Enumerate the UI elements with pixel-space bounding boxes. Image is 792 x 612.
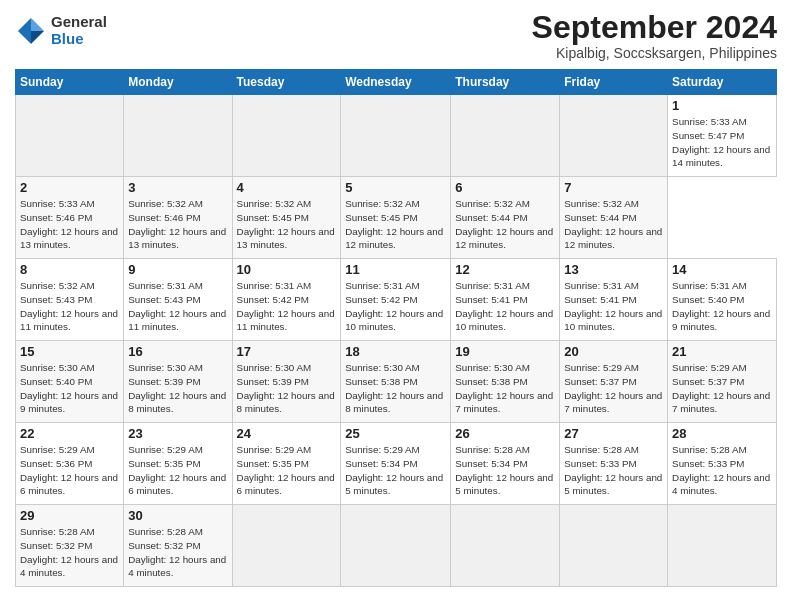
week-row: 8Sunrise: 5:32 AM Sunset: 5:43 PM Daylig… bbox=[16, 259, 777, 341]
svg-marker-4 bbox=[18, 31, 31, 44]
day-info: Sunrise: 5:31 AM Sunset: 5:40 PM Dayligh… bbox=[672, 279, 772, 334]
col-header-wednesday: Wednesday bbox=[341, 70, 451, 95]
day-cell: 17Sunrise: 5:30 AM Sunset: 5:39 PM Dayli… bbox=[232, 341, 341, 423]
day-cell: 22Sunrise: 5:29 AM Sunset: 5:36 PM Dayli… bbox=[16, 423, 124, 505]
day-number: 4 bbox=[237, 180, 337, 195]
day-number: 25 bbox=[345, 426, 446, 441]
day-number: 17 bbox=[237, 344, 337, 359]
day-cell bbox=[232, 95, 341, 177]
day-number: 2 bbox=[20, 180, 119, 195]
day-number: 13 bbox=[564, 262, 663, 277]
col-header-tuesday: Tuesday bbox=[232, 70, 341, 95]
svg-marker-3 bbox=[31, 31, 44, 44]
day-cell bbox=[232, 505, 341, 587]
day-cell: 28Sunrise: 5:28 AM Sunset: 5:33 PM Dayli… bbox=[668, 423, 777, 505]
day-number: 1 bbox=[672, 98, 772, 113]
day-number: 12 bbox=[455, 262, 555, 277]
day-number: 22 bbox=[20, 426, 119, 441]
title-block: September 2024 Kipalbig, Soccsksargen, P… bbox=[532, 10, 777, 61]
day-cell: 5Sunrise: 5:32 AM Sunset: 5:45 PM Daylig… bbox=[341, 177, 451, 259]
day-cell: 27Sunrise: 5:28 AM Sunset: 5:33 PM Dayli… bbox=[560, 423, 668, 505]
day-info: Sunrise: 5:32 AM Sunset: 5:44 PM Dayligh… bbox=[455, 197, 555, 252]
day-number: 10 bbox=[237, 262, 337, 277]
day-cell: 25Sunrise: 5:29 AM Sunset: 5:34 PM Dayli… bbox=[341, 423, 451, 505]
day-info: Sunrise: 5:33 AM Sunset: 5:46 PM Dayligh… bbox=[20, 197, 119, 252]
day-info: Sunrise: 5:30 AM Sunset: 5:38 PM Dayligh… bbox=[455, 361, 555, 416]
day-info: Sunrise: 5:32 AM Sunset: 5:45 PM Dayligh… bbox=[345, 197, 446, 252]
day-cell bbox=[451, 95, 560, 177]
day-number: 11 bbox=[345, 262, 446, 277]
day-info: Sunrise: 5:32 AM Sunset: 5:46 PM Dayligh… bbox=[128, 197, 227, 252]
day-cell: 1Sunrise: 5:33 AM Sunset: 5:47 PM Daylig… bbox=[668, 95, 777, 177]
day-info: Sunrise: 5:29 AM Sunset: 5:36 PM Dayligh… bbox=[20, 443, 119, 498]
day-cell bbox=[341, 505, 451, 587]
day-info: Sunrise: 5:29 AM Sunset: 5:37 PM Dayligh… bbox=[564, 361, 663, 416]
col-header-monday: Monday bbox=[124, 70, 232, 95]
day-number: 5 bbox=[345, 180, 446, 195]
col-header-saturday: Saturday bbox=[668, 70, 777, 95]
day-info: Sunrise: 5:31 AM Sunset: 5:41 PM Dayligh… bbox=[455, 279, 555, 334]
svg-marker-1 bbox=[31, 18, 44, 31]
header: General Blue September 2024 Kipalbig, So… bbox=[15, 10, 777, 61]
day-cell: 8Sunrise: 5:32 AM Sunset: 5:43 PM Daylig… bbox=[16, 259, 124, 341]
day-info: Sunrise: 5:30 AM Sunset: 5:38 PM Dayligh… bbox=[345, 361, 446, 416]
location: Kipalbig, Soccsksargen, Philippines bbox=[532, 45, 777, 61]
day-cell: 3Sunrise: 5:32 AM Sunset: 5:46 PM Daylig… bbox=[124, 177, 232, 259]
day-number: 28 bbox=[672, 426, 772, 441]
logo-icon bbox=[15, 15, 47, 47]
day-cell: 12Sunrise: 5:31 AM Sunset: 5:41 PM Dayli… bbox=[451, 259, 560, 341]
day-info: Sunrise: 5:32 AM Sunset: 5:44 PM Dayligh… bbox=[564, 197, 663, 252]
day-number: 27 bbox=[564, 426, 663, 441]
day-number: 19 bbox=[455, 344, 555, 359]
day-cell bbox=[16, 95, 124, 177]
day-cell: 9Sunrise: 5:31 AM Sunset: 5:43 PM Daylig… bbox=[124, 259, 232, 341]
day-info: Sunrise: 5:31 AM Sunset: 5:43 PM Dayligh… bbox=[128, 279, 227, 334]
day-info: Sunrise: 5:29 AM Sunset: 5:35 PM Dayligh… bbox=[128, 443, 227, 498]
logo: General Blue bbox=[15, 14, 107, 47]
day-cell: 16Sunrise: 5:30 AM Sunset: 5:39 PM Dayli… bbox=[124, 341, 232, 423]
day-cell: 24Sunrise: 5:29 AM Sunset: 5:35 PM Dayli… bbox=[232, 423, 341, 505]
day-number: 29 bbox=[20, 508, 119, 523]
day-cell: 6Sunrise: 5:32 AM Sunset: 5:44 PM Daylig… bbox=[451, 177, 560, 259]
day-info: Sunrise: 5:32 AM Sunset: 5:43 PM Dayligh… bbox=[20, 279, 119, 334]
day-cell bbox=[560, 95, 668, 177]
week-row: 22Sunrise: 5:29 AM Sunset: 5:36 PM Dayli… bbox=[16, 423, 777, 505]
day-cell: 15Sunrise: 5:30 AM Sunset: 5:40 PM Dayli… bbox=[16, 341, 124, 423]
logo-blue: Blue bbox=[51, 31, 107, 48]
day-cell: 18Sunrise: 5:30 AM Sunset: 5:38 PM Dayli… bbox=[341, 341, 451, 423]
day-cell: 11Sunrise: 5:31 AM Sunset: 5:42 PM Dayli… bbox=[341, 259, 451, 341]
col-header-sunday: Sunday bbox=[16, 70, 124, 95]
day-cell: 14Sunrise: 5:31 AM Sunset: 5:40 PM Dayli… bbox=[668, 259, 777, 341]
page-container: General Blue September 2024 Kipalbig, So… bbox=[0, 0, 792, 597]
day-number: 8 bbox=[20, 262, 119, 277]
day-cell bbox=[668, 505, 777, 587]
day-info: Sunrise: 5:29 AM Sunset: 5:34 PM Dayligh… bbox=[345, 443, 446, 498]
day-cell: 20Sunrise: 5:29 AM Sunset: 5:37 PM Dayli… bbox=[560, 341, 668, 423]
day-number: 30 bbox=[128, 508, 227, 523]
day-number: 23 bbox=[128, 426, 227, 441]
day-number: 14 bbox=[672, 262, 772, 277]
logo-text: General Blue bbox=[51, 14, 107, 47]
day-cell: 7Sunrise: 5:32 AM Sunset: 5:44 PM Daylig… bbox=[560, 177, 668, 259]
day-number: 7 bbox=[564, 180, 663, 195]
logo-general: General bbox=[51, 14, 107, 31]
day-cell bbox=[124, 95, 232, 177]
col-header-thursday: Thursday bbox=[451, 70, 560, 95]
day-info: Sunrise: 5:28 AM Sunset: 5:32 PM Dayligh… bbox=[128, 525, 227, 580]
day-cell bbox=[560, 505, 668, 587]
col-header-friday: Friday bbox=[560, 70, 668, 95]
day-number: 15 bbox=[20, 344, 119, 359]
day-cell: 23Sunrise: 5:29 AM Sunset: 5:35 PM Dayli… bbox=[124, 423, 232, 505]
day-number: 18 bbox=[345, 344, 446, 359]
day-number: 16 bbox=[128, 344, 227, 359]
week-row: 29Sunrise: 5:28 AM Sunset: 5:32 PM Dayli… bbox=[16, 505, 777, 587]
day-cell: 2Sunrise: 5:33 AM Sunset: 5:46 PM Daylig… bbox=[16, 177, 124, 259]
week-row: 1Sunrise: 5:33 AM Sunset: 5:47 PM Daylig… bbox=[16, 95, 777, 177]
day-info: Sunrise: 5:31 AM Sunset: 5:42 PM Dayligh… bbox=[237, 279, 337, 334]
svg-marker-2 bbox=[18, 18, 31, 31]
day-cell: 4Sunrise: 5:32 AM Sunset: 5:45 PM Daylig… bbox=[232, 177, 341, 259]
day-cell: 10Sunrise: 5:31 AM Sunset: 5:42 PM Dayli… bbox=[232, 259, 341, 341]
day-number: 6 bbox=[455, 180, 555, 195]
day-info: Sunrise: 5:28 AM Sunset: 5:32 PM Dayligh… bbox=[20, 525, 119, 580]
day-info: Sunrise: 5:31 AM Sunset: 5:42 PM Dayligh… bbox=[345, 279, 446, 334]
